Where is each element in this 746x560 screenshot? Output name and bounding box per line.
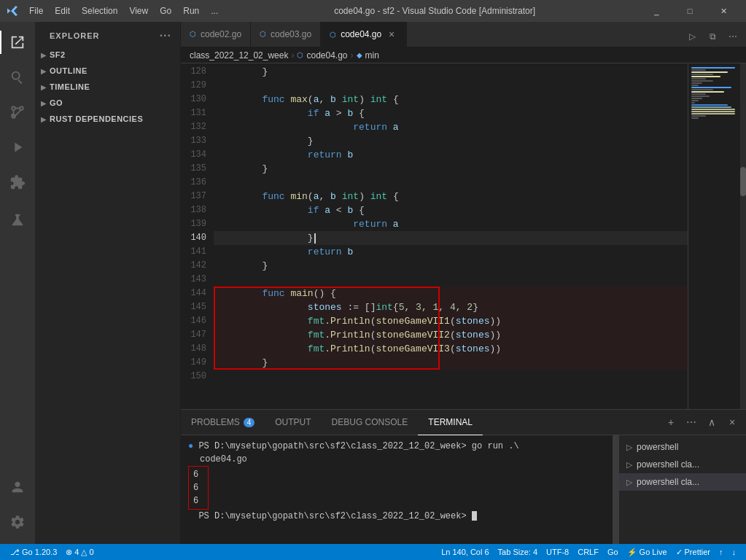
split-editor-button[interactable]: ⧉ [702,26,723,47]
status-cursor[interactable]: Ln 140, Col 6 [437,544,493,560]
terminal-instance-3[interactable]: ▷ powershell cla... [619,473,746,491]
output-1: 6 [193,468,203,481]
code-line-138[interactable]: if a < b { [214,203,688,217]
main-layout: Explorer ··· ▶ SF2 ▶ OUTLINE ▶ TIMELINE … [0,22,746,544]
sidebar-item-timeline[interactable]: ▶ TIMELINE [35,80,180,93]
explorer-activity-icon[interactable] [0,25,35,60]
search-activity-icon[interactable] [0,60,35,95]
error-count: 4 [74,548,79,556]
tab-problems[interactable]: PROBLEMS 4 [181,410,265,435]
run-debug-activity-icon[interactable] [0,130,35,165]
code-line-150[interactable] [214,370,688,384]
code-line-137[interactable]: func min(a, b int) int { [214,190,688,203]
new-terminal-button[interactable]: + [661,413,680,432]
maximize-button[interactable]: □ [673,0,707,22]
tab-debug-console[interactable]: DEBUG CONSOLE [322,410,419,435]
terminal-instance-2[interactable]: ▷ powershell cla... [619,456,746,473]
code-line-128[interactable]: } [214,65,688,79]
code-line-145[interactable]: stones := []int{5, 3, 1, 4, 2} [214,300,688,314]
code-line-133[interactable]: } [214,134,688,148]
menu-edit[interactable]: Edit [49,4,76,18]
sidebar-item-outline[interactable]: ▶ OUTLINE [35,64,180,77]
status-eol[interactable]: CRLF [573,544,603,560]
code-line-148[interactable]: fmt.Println(stoneGameVII3(stones)) [214,342,688,356]
account-activity-icon[interactable] [0,470,35,505]
ps-dot: ● [188,441,198,451]
more-actions-button[interactable]: ⋯ [723,26,743,47]
code-line-132[interactable]: return a [214,120,688,134]
status-language[interactable]: Go [603,544,623,560]
code-line-139[interactable]: return a [214,217,688,231]
editor-scrollbar[interactable] [740,63,746,409]
code-line-129[interactable] [214,79,688,93]
code-line-135[interactable]: } [214,162,688,176]
tab-code03[interactable]: ⬡ code03.go [251,22,321,47]
minimize-button[interactable]: ⎯ [640,0,673,22]
status-encoding[interactable]: UTF-8 [542,544,573,560]
tab-terminal[interactable]: TERMINAL [418,410,483,435]
menu-run[interactable]: Run [177,4,205,18]
code-line-144[interactable]: func main() { [214,287,688,300]
run-file-button[interactable]: ▷ [682,26,702,47]
menu-view[interactable]: View [123,4,154,18]
code-line-130[interactable]: func max(a, b int) int { [214,93,688,106]
code-editor[interactable]: 1281291301311321331341351361371381391401… [181,63,688,409]
menu-selection[interactable]: Selection [76,4,123,18]
menu-go[interactable]: Go [154,4,177,18]
terminal-maximize-button[interactable]: ∧ [702,413,721,432]
sidebar-item-sf2[interactable]: ▶ SF2 [35,48,180,61]
tab-close-button[interactable]: × [386,28,397,40]
code-line-131[interactable]: if a > b { [214,106,688,120]
code-line-141[interactable]: return b [214,245,688,259]
tab-code04[interactable]: ⬡ code04.go × [321,22,407,47]
code-line-147[interactable]: fmt.Println(stoneGameVII2(stones)) [214,328,688,342]
close-button[interactable]: ✕ [707,0,740,22]
code-lines[interactable]: } func max(a, b int) int { if a > b { re… [214,63,688,409]
terminal-close-button[interactable]: × [723,413,742,432]
status-branch[interactable]: ⎇ Go 1.20.3 [6,544,61,560]
terminal-more-button[interactable]: ⋯ [682,413,701,432]
code-line-143[interactable] [214,273,688,287]
status-go-live[interactable]: ⚡ Go Live [623,544,672,560]
tab-code02[interactable]: ⬡ code02.go [181,22,251,47]
settings-activity-icon[interactable] [0,505,35,540]
eol-label: CRLF [578,548,599,556]
terminal-main[interactable]: ● PS D:\mysetup\gopath\src\sf2\class_202… [181,435,613,544]
source-control-activity-icon[interactable] [0,95,35,130]
output-box: 6 6 6 [188,466,209,510]
code-line-134[interactable]: return b [214,148,688,162]
menu-file[interactable]: File [23,4,49,18]
status-errors[interactable]: ⊗ 4 △ 0 [61,544,98,560]
tab-label-code03: code03.go [271,29,311,39]
status-sync-1[interactable]: ↑ [715,544,728,560]
code-line-149[interactable]: } [214,356,688,370]
titlebar: File Edit Selection View Go Run ... code… [0,0,746,22]
sidebar-item-go[interactable]: ▶ GO [35,96,180,109]
status-prettier[interactable]: ✓ Prettier [672,544,715,560]
terminal-area: PROBLEMS 4 OUTPUT DEBUG CONSOLE TERMINAL [181,409,746,544]
breadcrumb-symbol[interactable]: min [365,50,379,61]
status-sync-2[interactable]: ↓ [728,544,741,560]
code-line-136[interactable] [214,176,688,190]
sidebar-more-button[interactable]: ··· [160,29,171,42]
code-line-142[interactable]: } [214,259,688,273]
go-version-icon: ⎇ [10,548,20,557]
breadcrumb-folder[interactable]: class_2022_12_02_week [190,50,288,61]
code-content: 1281291301311321331341351361371381391401… [181,63,688,409]
breadcrumb-sep-2: › [351,50,354,61]
tab-output[interactable]: OUTPUT [265,410,321,435]
extensions-activity-icon[interactable] [0,165,35,200]
code-line-146[interactable]: fmt.Println(stoneGameVII1(stones)) [214,314,688,328]
sync-down-icon: ↓ [732,548,737,556]
menu-more[interactable]: ... [205,4,224,18]
sidebar-item-rust[interactable]: ▶ RUST DEPENDENCIES [35,112,180,125]
breadcrumb-go-icon: ⬡ [297,51,303,59]
breadcrumb-file[interactable]: code04.go [306,50,347,61]
terminal-line-final: ● PS D:\mysetup\gopath\src\sf2\class_202… [188,510,605,523]
status-tab-size[interactable]: Tab Size: 4 [494,544,542,560]
window-title: code04.go - sf2 - Visual Studio Code [Ad… [230,6,640,16]
testing-activity-icon[interactable] [0,203,35,238]
code-line-140[interactable]: } [214,231,688,245]
terminal-instance-1[interactable]: ▷ powershell [619,438,746,456]
terminal-scrollbar[interactable] [613,435,618,544]
